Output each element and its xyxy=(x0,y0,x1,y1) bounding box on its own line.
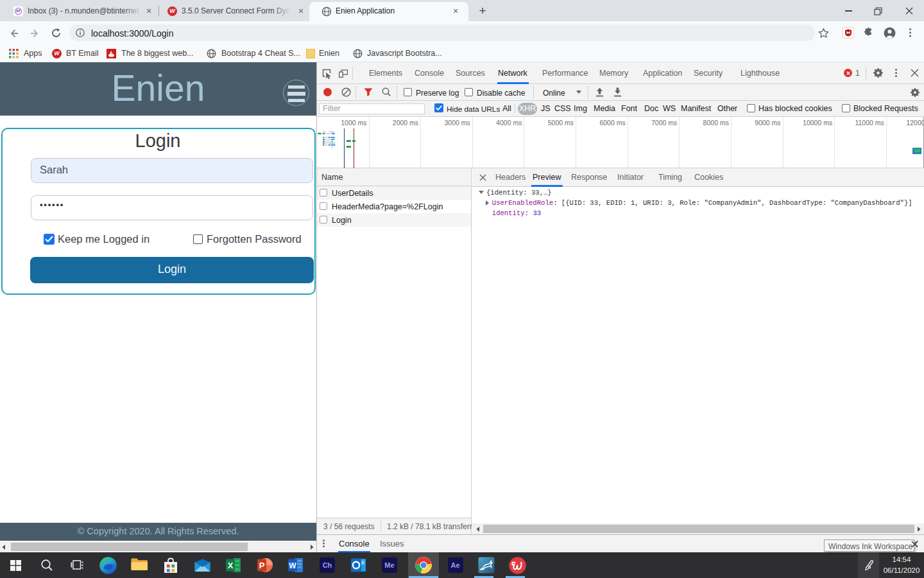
svg-text:W: W xyxy=(289,561,296,570)
svg-text:X: X xyxy=(228,561,234,570)
svg-text:P: P xyxy=(259,561,264,570)
